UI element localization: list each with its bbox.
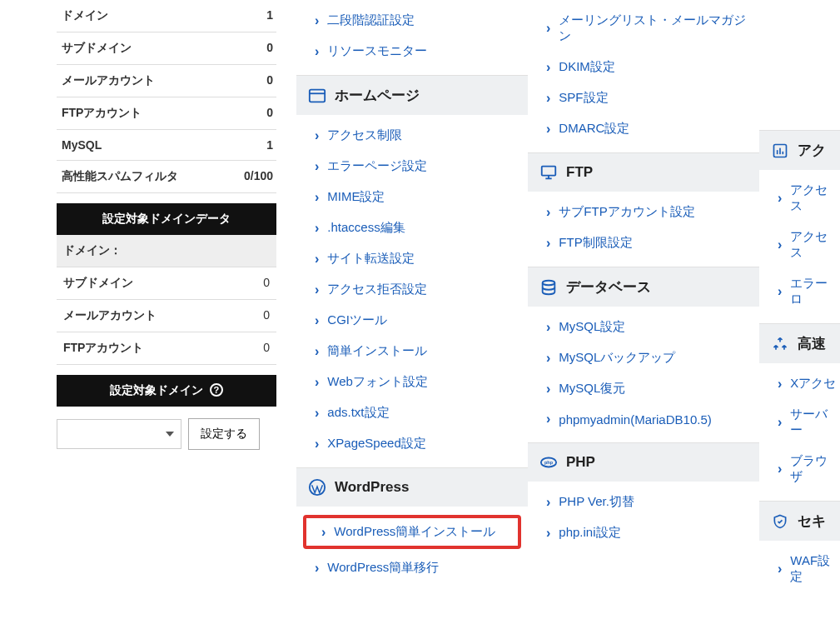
help-icon[interactable]: ? [210, 383, 223, 397]
link-mysql-settings[interactable]: MySQL設定 [528, 312, 759, 342]
link-access-deny[interactable]: アクセス拒否設定 [296, 274, 528, 305]
link-resource-monitor[interactable]: リソースモニター [296, 36, 528, 67]
domain-ftp-row: FTPアカウント 0 [57, 332, 276, 365]
link-browser[interactable]: ブラウザ [759, 446, 840, 492]
title: WordPress [335, 479, 409, 496]
link-ftp-restrict[interactable]: FTP制限設定 [528, 227, 759, 258]
svg-rect-3 [542, 167, 556, 176]
link-access-1[interactable]: アクセス [759, 175, 840, 222]
label: FTPアカウント [62, 106, 142, 121]
svg-rect-0 [310, 89, 325, 102]
label: ドメイン： [63, 243, 122, 258]
shield-icon [771, 512, 789, 531]
link-mime[interactable]: MIME設定 [296, 182, 528, 212]
wordpress-icon [308, 478, 326, 497]
label: 設定対象ドメイン [110, 383, 203, 397]
value: 0 [266, 41, 273, 56]
stat-mysql: MySQL 1 [57, 130, 276, 161]
database-icon [539, 278, 558, 297]
php-header: php PHP [528, 442, 759, 482]
link-waf[interactable]: WAF設定 [759, 546, 840, 592]
link-access-2[interactable]: アクセス [759, 222, 840, 268]
link-easy-install[interactable]: 簡単インストール [296, 336, 528, 367]
link-mysql-backup[interactable]: MySQLバックアップ [528, 342, 759, 373]
svg-rect-12 [783, 151, 784, 153]
security-header: セキ [759, 501, 840, 541]
link-error-log[interactable]: エラーロ [759, 268, 840, 315]
link-wp-migrate[interactable]: WordPress簡単移行 [296, 552, 528, 583]
stat-ftp: FTPアカウント 0 [57, 97, 276, 130]
label: FTPアカウント [63, 341, 143, 356]
speed-header: 高速 [759, 323, 840, 363]
title: データベース [566, 277, 651, 297]
domain-subdomain-row: サブドメイン 0 [57, 267, 276, 300]
domain-data-heading: 設定対象ドメインデータ [57, 203, 276, 235]
chart-icon [771, 142, 789, 160]
title: ホームページ [335, 86, 420, 105]
target-domain-heading: 設定対象ドメイン ? [57, 375, 276, 407]
stat-subdomain: サブドメイン 0 [57, 32, 276, 65]
label: サブドメイン [62, 41, 132, 56]
link-redirect[interactable]: サイト転送設定 [296, 243, 528, 274]
ftp-header: FTP [528, 152, 759, 192]
svg-rect-11 [779, 147, 781, 154]
value: 0/100 [244, 169, 273, 184]
link-access-restrict[interactable]: アクセス制限 [296, 120, 528, 151]
value: 0 [266, 73, 273, 88]
label: MySQL [62, 138, 102, 152]
link-cgi-tool[interactable]: CGIツール [296, 305, 528, 336]
php-icon: php [539, 453, 558, 472]
value: 1 [266, 138, 273, 152]
link-sub-ftp[interactable]: サブFTPアカウント設定 [528, 197, 759, 227]
label: ドメイン [62, 8, 108, 23]
value: 0 [263, 308, 270, 323]
svg-text:php: php [544, 460, 554, 465]
access-header: アク [759, 130, 840, 170]
link-webfont[interactable]: Webフォント設定 [296, 367, 528, 397]
title: セキ [798, 512, 826, 531]
link-xpagespeed[interactable]: XPageSpeed設定 [296, 428, 528, 459]
link-2fa[interactable]: 二段階認証設定 [296, 5, 528, 36]
link-dkim[interactable]: DKIM設定 [528, 52, 759, 82]
wordpress-header: WordPress [296, 467, 528, 507]
link-wp-easy-install[interactable]: WordPress簡単インストール [303, 515, 521, 549]
label: サブドメイン [63, 276, 133, 291]
title: アク [798, 141, 826, 160]
svg-rect-10 [777, 150, 778, 154]
link-mysql-restore[interactable]: MySQL復元 [528, 373, 759, 404]
link-dmarc[interactable]: DMARC設定 [528, 113, 759, 144]
label: 高性能スパムフィルタ [62, 169, 178, 184]
stat-domain: ドメイン 1 [57, 0, 276, 32]
homepage-header: ホームページ [296, 75, 528, 115]
link-htaccess[interactable]: .htaccess編集 [296, 212, 528, 243]
value: 0 [263, 276, 270, 291]
link-ads-txt[interactable]: ads.txt設定 [296, 397, 528, 428]
stat-spam: 高性能スパムフィルタ 0/100 [57, 161, 276, 193]
title: PHP [566, 454, 595, 471]
svg-point-6 [543, 280, 555, 285]
title: FTP [566, 164, 593, 181]
database-header: データベース [528, 267, 759, 307]
domain-mail-row: メールアカウント 0 [57, 300, 276, 332]
domain-row: ドメイン： [57, 235, 276, 267]
value: 0 [263, 341, 270, 356]
link-php-ini[interactable]: php.ini設定 [528, 517, 759, 548]
monitor-icon [539, 163, 558, 182]
link-error-page[interactable]: エラーページ設定 [296, 151, 528, 182]
title: 高速 [798, 334, 826, 353]
label: メールアカウント [62, 73, 155, 88]
domain-select[interactable] [57, 419, 181, 449]
value: 0 [266, 106, 273, 121]
link-xaccel[interactable]: Xアクセ [759, 368, 840, 399]
link-mailing-list[interactable]: メーリングリスト・メールマガジン [528, 5, 759, 52]
value: 1 [266, 8, 273, 23]
link-php-ver[interactable]: PHP Ver.切替 [528, 487, 759, 517]
speed-icon [771, 335, 789, 353]
set-button[interactable]: 設定する [188, 418, 260, 450]
label: メールアカウント [63, 308, 157, 323]
browser-icon [308, 87, 326, 105]
stat-mail: メールアカウント 0 [57, 65, 276, 97]
link-spf[interactable]: SPF設定 [528, 82, 759, 113]
link-server[interactable]: サーバー [759, 399, 840, 446]
link-phpmyadmin[interactable]: phpmyadmin(MariaDB10.5) [528, 404, 759, 434]
